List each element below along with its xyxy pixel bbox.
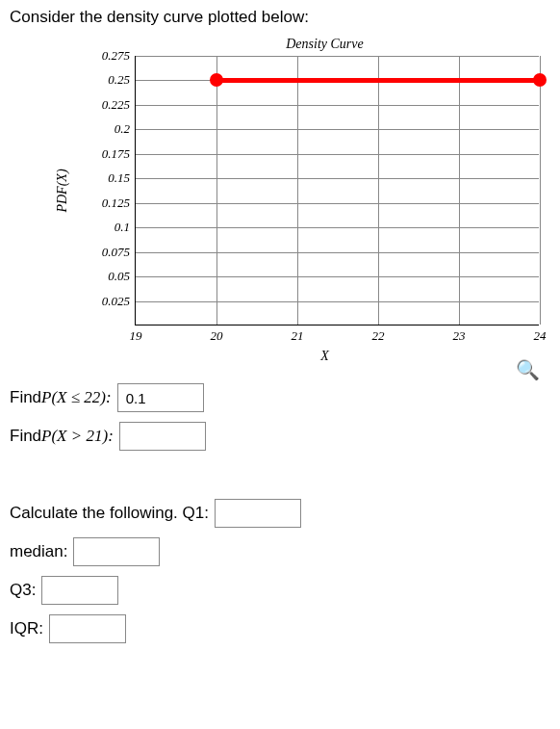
y-tick: 0.125 (102, 195, 136, 211)
question-q1: Calculate the following. Q1: (10, 499, 550, 528)
answer-iqr[interactable] (49, 614, 126, 643)
density-line (216, 78, 540, 83)
question-q3: Q3: (10, 576, 550, 605)
q-math: P(X ≤ 22): (41, 388, 112, 407)
answer-p-gt-21[interactable] (119, 422, 206, 451)
q-label: Q3: (10, 581, 36, 600)
density-endpoint (210, 73, 223, 87)
x-tick: 24 (534, 325, 547, 344)
y-tick: 0.2 (115, 121, 136, 137)
gridline-v (378, 56, 379, 325)
magnify-icon[interactable]: 🔍 (516, 358, 540, 381)
question-median: median: (10, 537, 550, 566)
x-axis-label: X (10, 349, 544, 364)
y-tick: 0.025 (102, 294, 136, 309)
answer-q3[interactable] (41, 576, 118, 605)
gridline-h (136, 129, 539, 130)
gridline-h (136, 203, 539, 204)
gridline-h (136, 178, 539, 179)
q-label: Find (10, 388, 41, 407)
gridline-h (136, 227, 539, 228)
y-tick: 0.175 (102, 146, 136, 162)
chart-title: Density Curve (10, 37, 544, 52)
answer-p-le-22[interactable] (117, 383, 204, 412)
plot-area: 1920212223240.0250.050.0750.10.1250.150.… (135, 56, 539, 325)
y-tick: 0.15 (108, 170, 136, 186)
y-tick: 0.1 (115, 220, 136, 235)
x-tick: 21 (292, 325, 304, 344)
q-label: Find (10, 427, 41, 446)
q-label: IQR: (10, 619, 43, 638)
y-tick: 0.075 (102, 245, 136, 260)
density-chart: Density Curve PDF(X) 1920212223240.0250.… (10, 37, 544, 364)
question-p-gt-21: Find P(X > 21): (10, 422, 550, 451)
y-tick: 0.225 (102, 97, 136, 113)
gridline-h (136, 252, 539, 253)
q-math: P(X > 21): (41, 427, 114, 446)
question-iqr: IQR: (10, 614, 550, 643)
gridline-h (136, 105, 539, 106)
gridline-v (216, 56, 217, 325)
answer-q1[interactable] (215, 499, 301, 528)
gridline-h (136, 301, 539, 302)
y-tick: 0.275 (102, 48, 136, 64)
x-tick: 22 (372, 325, 385, 344)
gridline-v (297, 56, 298, 325)
y-tick: 0.05 (108, 269, 136, 284)
prompt-text: Consider the density curve plotted below… (10, 8, 550, 27)
x-tick: 23 (453, 325, 466, 344)
x-tick: 19 (130, 325, 142, 344)
question-p-le-22: Find P(X ≤ 22): (10, 383, 550, 412)
gridline-v (540, 56, 541, 325)
gridline-v (459, 56, 460, 325)
gridline-h (136, 56, 539, 57)
density-endpoint (533, 73, 547, 87)
y-tick: 0.25 (108, 72, 136, 88)
y-axis-label: PDF(X) (55, 169, 70, 212)
q-label: Calculate the following. Q1: (10, 504, 209, 523)
answer-median[interactable] (73, 537, 160, 566)
gridline-h (136, 154, 539, 155)
q-label: median: (10, 542, 67, 561)
x-tick: 20 (211, 325, 223, 344)
gridline-h (136, 276, 539, 277)
